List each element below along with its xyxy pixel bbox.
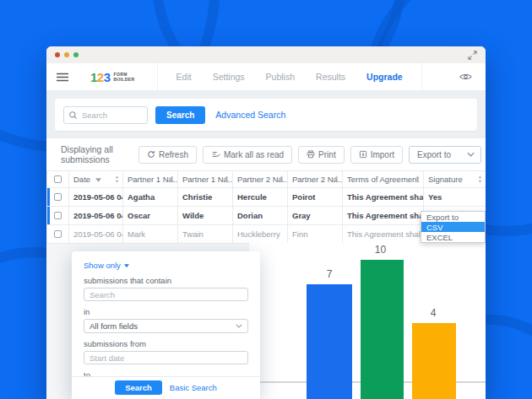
hamburger-menu-icon[interactable] <box>57 73 68 82</box>
caret-down-icon <box>124 264 129 267</box>
advanced-search-footer: Search Basic Search <box>72 376 260 399</box>
print-label: Print <box>318 150 336 159</box>
column-header-date[interactable]: Date <box>69 171 123 188</box>
submissions-status: Displaying all submissions <box>61 144 133 164</box>
mark-all-read-label: Mark all as read <box>224 150 284 159</box>
print-button[interactable]: Print <box>298 146 345 164</box>
cell-p1-last: Wilde <box>178 207 233 225</box>
basic-search-link[interactable]: Basic Search <box>170 383 217 392</box>
export-menu: Export to CSV EXCEL <box>421 211 486 243</box>
show-only-dropdown[interactable]: Show only <box>84 261 248 270</box>
form-fields-select-value: All form fields <box>90 321 138 331</box>
nav-item-upgrade[interactable]: Upgrade <box>366 72 403 82</box>
contain-search-input[interactable] <box>84 288 248 301</box>
advanced-search-button[interactable]: Search <box>115 380 162 395</box>
show-only-label: Show only <box>84 261 121 270</box>
column-header-partner2-last[interactable]: Partner 2 Na... <box>288 171 343 188</box>
search-box <box>63 106 148 124</box>
submissions-toolbar: Displaying all submissions Refresh Mark … <box>46 138 486 170</box>
cell-p2-first: Huckleberry <box>233 225 288 244</box>
column-header-partner1-first[interactable]: Partner 1 Na... <box>123 171 178 188</box>
nav-item-publish[interactable]: Publish <box>266 72 295 82</box>
refresh-button[interactable]: Refresh <box>138 146 197 164</box>
import-button[interactable]: Import <box>350 146 403 164</box>
bar-value-label: 10 <box>359 244 402 256</box>
chevron-down-icon <box>467 152 475 157</box>
sort-icon[interactable] <box>334 175 339 183</box>
column-header-partner1-last[interactable]: Partner 1 Na... <box>178 171 233 188</box>
advanced-search-link[interactable]: Advanced Search <box>215 110 285 120</box>
nav-item-edit[interactable]: Edit <box>176 72 192 82</box>
minimize-window-icon[interactable] <box>64 52 69 57</box>
cell-p1-first: Mark <box>123 225 178 244</box>
logo-digit-2: 2 <box>97 70 104 84</box>
cell-date: 2019-05-06 04:2... <box>69 188 123 207</box>
cell-p1-first: Oscar <box>123 207 178 225</box>
in-label: in <box>84 307 248 316</box>
sort-active-caret-icon <box>95 178 101 182</box>
row-checkbox[interactable] <box>54 230 62 238</box>
cell-terms: This Agreement shall t... <box>343 188 424 207</box>
export-to-dropdown[interactable]: Export to <box>409 146 481 164</box>
select-all-checkbox[interactable] <box>54 175 62 183</box>
app-logo[interactable]: 123 FORM BUILDER <box>90 70 135 84</box>
import-icon <box>359 150 367 159</box>
logo-digit-3: 3 <box>104 70 111 84</box>
cell-p2-first: Dorian <box>233 207 288 225</box>
cell-p2-last: Finn <box>288 225 343 244</box>
row-checkbox[interactable] <box>54 212 62 219</box>
column-header-terms[interactable]: Terms of Agreement <box>343 171 424 188</box>
export-option-excel[interactable]: EXCEL <box>421 232 485 242</box>
cell-p2-last: Poirot <box>288 188 343 207</box>
search-button[interactable]: Search <box>155 106 205 124</box>
sort-icon[interactable] <box>170 175 174 183</box>
bar-value-label: 7 <box>307 268 352 280</box>
table-header-row: Date Partner 1 Na... Partner 1 Na... Par… <box>47 171 486 188</box>
cell-p1-last: Christie <box>178 188 233 207</box>
import-label: Import <box>371 150 394 159</box>
close-window-icon[interactable] <box>55 52 60 57</box>
search-section: Search Advanced Search <box>46 91 486 138</box>
mark-all-read-button[interactable]: Mark all as read <box>203 146 292 164</box>
column-header-signature[interactable]: Signature <box>424 171 486 188</box>
from-label: submissions from <box>84 339 248 348</box>
cell-signature: Yes <box>424 188 486 207</box>
row-checkbox[interactable] <box>54 193 62 201</box>
window-titlebar <box>46 46 486 63</box>
preview-eye-icon[interactable] <box>459 73 472 81</box>
nav-item-settings[interactable]: Settings <box>213 72 245 82</box>
chevron-down-icon <box>236 324 242 328</box>
refresh-label: Refresh <box>159 150 188 159</box>
sort-icon[interactable] <box>280 175 284 183</box>
column-header-partner2-first[interactable]: Partner 2 Na... <box>233 171 288 188</box>
table-row[interactable]: 2019-05-06 04:2... Agatha Christie Hercu… <box>47 188 486 207</box>
export-option-csv[interactable]: CSV <box>421 222 485 232</box>
sort-icon[interactable] <box>415 175 420 183</box>
search-icon <box>68 111 78 120</box>
zoom-window-icon[interactable] <box>73 52 79 57</box>
chart-bar-green[interactable] <box>361 260 404 399</box>
cell-p1-first: Agatha <box>123 188 178 207</box>
nav-item-results[interactable]: Results <box>316 72 345 82</box>
cell-p2-last: Gray <box>288 207 343 225</box>
nav-bar: 123 FORM BUILDER Edit Settings Publish R… <box>46 63 486 91</box>
form-fields-select[interactable]: All form fields <box>84 319 248 333</box>
cell-p2-first: Hercule <box>233 188 288 207</box>
cell-date: 2019-05-06 04:1... <box>69 225 123 244</box>
export-to-label: Export to <box>417 150 451 159</box>
logo-digit-1: 1 <box>90 70 97 84</box>
header-checkbox-cell <box>47 171 69 188</box>
cell-terms: This Agreement shall t... <box>343 207 424 225</box>
print-icon <box>307 150 315 159</box>
sort-icon[interactable] <box>115 175 119 183</box>
chart-bar-orange[interactable] <box>412 323 456 399</box>
app-window: 123 FORM BUILDER Edit Settings Publish R… <box>46 46 486 399</box>
nav-links: Edit Settings Publish Results Upgrade <box>157 63 422 90</box>
expand-icon[interactable] <box>468 51 477 60</box>
cell-date: 2019-05-06 04:2... <box>69 207 123 225</box>
chart-bar-blue[interactable] <box>307 284 352 399</box>
sort-icon[interactable] <box>478 175 482 183</box>
start-date-input[interactable] <box>84 351 248 364</box>
sort-icon[interactable] <box>225 175 229 183</box>
logo-text-line2: BUILDER <box>114 77 135 82</box>
